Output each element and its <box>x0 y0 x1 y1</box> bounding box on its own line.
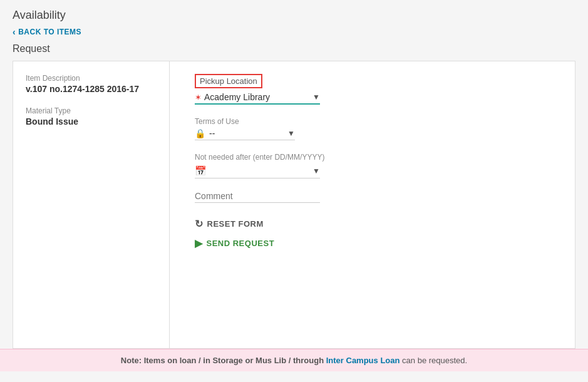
pickup-location-section: Pickup Location ✶ Academy Library ▼ <box>195 74 550 105</box>
send-icon: ▶ <box>195 237 203 249</box>
request-title: Request <box>13 43 575 54</box>
reset-icon: ↻ <box>195 218 204 230</box>
material-type-label: Material Type <box>26 106 157 115</box>
note-text-end: can be requested. <box>400 356 467 365</box>
terms-of-use-section: Terms of Use 🔒 -- ▼ <box>195 117 550 140</box>
not-needed-label: Not needed after (enter DD/MM/YYYY) <box>195 153 550 162</box>
terms-of-use-value: -- <box>209 128 284 138</box>
pickup-dropdown[interactable]: ✶ Academy Library ▼ <box>195 92 320 105</box>
comment-input[interactable] <box>195 191 320 203</box>
left-panel: Item Description v.107 no.1274-1285 2016… <box>13 61 170 348</box>
terms-dropdown[interactable]: 🔒 -- ▼ <box>195 128 295 140</box>
required-star: ✶ <box>195 93 202 102</box>
page-container: Availability ‹ BACK TO ITEMS Request Ite… <box>0 0 588 349</box>
item-description-value: v.107 no.1274-1285 2016-17 <box>26 84 157 94</box>
inter-campus-loan-link[interactable]: Inter Campus Loan <box>326 356 400 365</box>
not-needed-section: Not needed after (enter DD/MM/YYYY) 📅 ▼ <box>195 153 550 178</box>
availability-title: Availability <box>13 9 575 22</box>
terms-dropdown-arrow-icon[interactable]: ▼ <box>287 129 295 138</box>
note-text-start: Note: Items on loan / in Storage or Mus … <box>121 356 326 365</box>
comment-section <box>195 191 550 203</box>
material-type-value: Bound Issue <box>26 116 157 126</box>
send-request-button[interactable]: ▶ SEND REQUEST <box>195 237 274 249</box>
reset-label: RESET FORM <box>207 219 264 229</box>
right-panel: Pickup Location ✶ Academy Library ▼ Term… <box>170 61 575 348</box>
date-dropdown-arrow-icon[interactable]: ▼ <box>312 167 320 175</box>
actions-section: ↻ RESET FORM ▶ SEND REQUEST <box>195 218 550 249</box>
item-description-label: Item Description <box>26 74 157 83</box>
pickup-location-label: Pickup Location <box>195 74 262 88</box>
date-dropdown[interactable]: 📅 ▼ <box>195 165 320 178</box>
pickup-location-value: Academy Library <box>204 92 310 102</box>
note-bar: Note: Items on loan / in Storage or Mus … <box>0 349 588 371</box>
send-label: SEND REQUEST <box>207 239 275 248</box>
reset-form-button[interactable]: ↻ RESET FORM <box>195 218 264 230</box>
lock-icon: 🔒 <box>195 128 205 138</box>
back-label: BACK TO ITEMS <box>18 28 81 36</box>
calendar-icon: 📅 <box>195 165 207 177</box>
chevron-left-icon: ‹ <box>13 27 16 37</box>
back-to-items-link[interactable]: ‹ BACK TO ITEMS <box>13 27 575 37</box>
form-card: Item Description v.107 no.1274-1285 2016… <box>13 61 575 349</box>
pickup-dropdown-arrow-icon[interactable]: ▼ <box>312 93 320 101</box>
terms-of-use-label: Terms of Use <box>195 117 550 126</box>
